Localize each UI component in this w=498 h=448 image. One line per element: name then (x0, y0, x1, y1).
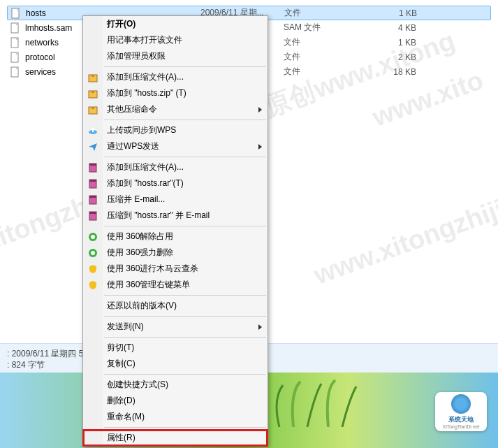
menu-360-manage-menu[interactable]: 使用 360管理右键菜单 (83, 277, 268, 293)
menu-cut[interactable]: 剪切(T) (83, 340, 268, 356)
menu-compress-email[interactable]: 压缩并 E-mail... (83, 192, 268, 208)
menu-upload-wps[interactable]: 上传或同步到WPS (83, 122, 268, 138)
menu-separator (104, 316, 266, 317)
360-icon (87, 247, 98, 259)
chevron-right-icon (258, 107, 262, 113)
menu-open-notepad[interactable]: 用记事本打开该文件 (83, 32, 268, 48)
menu-360-trojan-scan[interactable]: 使用 360进行木马云查杀 (83, 261, 268, 277)
menu-separator (104, 337, 266, 338)
menu-separator (104, 66, 266, 67)
file-icon (10, 66, 21, 78)
menu-add-archive-2[interactable]: 添加到压缩文件(A)... (83, 159, 268, 175)
menu-send-wps[interactable]: 通过WPS发送 (83, 138, 268, 154)
badge-title: 系统天地 (448, 415, 474, 424)
file-icon (10, 52, 21, 63)
360-shield-icon (87, 263, 98, 275)
file-type: 文件 (284, 7, 361, 19)
file-icon (10, 37, 21, 48)
menu-separator (104, 427, 266, 428)
file-size: 4 KB (360, 23, 416, 33)
watermark: www.xitongzhijia.net (310, 173, 498, 290)
rar-icon (87, 210, 98, 222)
menu-copy[interactable]: 复制(C) (83, 356, 268, 372)
menu-360-force-delete[interactable]: 使用 360强力删除 (83, 245, 268, 261)
svg-point-23 (91, 251, 95, 255)
svg-rect-13 (89, 164, 96, 166)
archive-icon (87, 104, 98, 115)
360-shield-icon (87, 280, 98, 291)
svg-rect-10 (91, 107, 94, 109)
menu-compress-rar-email[interactable]: 压缩到 "hosts.rar" 并 E-mail (83, 208, 268, 224)
svg-rect-8 (91, 91, 94, 93)
file-type: 文件 (284, 51, 360, 63)
menu-other-archive[interactable]: 其他压缩命令 (83, 101, 268, 117)
file-size: 1 KB (361, 8, 417, 18)
send-icon (87, 141, 98, 152)
menu-separator (104, 120, 266, 120)
file-size: 1 KB (360, 38, 416, 48)
chevron-right-icon (258, 144, 262, 150)
menu-separator (104, 157, 266, 157)
badge-logo-icon (451, 394, 471, 414)
file-size: 18 KB (360, 67, 416, 77)
menu-add-hosts-rar[interactable]: 添加到 "hosts.rar"(T) (83, 175, 268, 192)
svg-rect-17 (89, 196, 96, 198)
svg-rect-6 (91, 75, 94, 77)
site-badge: 系统天地 XiTongTianDi.net (435, 392, 487, 431)
menu-properties[interactable]: 属性(R) (83, 430, 268, 446)
cloud-upload-icon (87, 125, 98, 136)
archive-icon (87, 88, 98, 99)
archive-icon (87, 72, 98, 83)
chevron-right-icon (258, 324, 262, 330)
file-type: SAM 文件 (284, 22, 360, 34)
grass-decoration (265, 378, 391, 427)
menu-delete[interactable]: 删除(D) (83, 393, 268, 409)
file-type: 文件 (284, 66, 360, 78)
menu-restore-previous[interactable]: 还原以前的版本(V) (83, 298, 268, 314)
menu-rename[interactable]: 重命名(M) (83, 409, 268, 425)
menu-360-release[interactable]: 使用 360解除占用 (83, 229, 268, 245)
menu-separator (104, 295, 266, 296)
svg-point-21 (91, 235, 95, 239)
menu-add-admin[interactable]: 添加管理员权限 (83, 48, 268, 64)
menu-separator (104, 374, 266, 375)
menu-open[interactable]: 打开(O) (83, 16, 268, 32)
svg-rect-19 (89, 212, 96, 214)
file-size: 2 KB (360, 52, 416, 62)
menu-add-hosts-zip[interactable]: 添加到 "hosts.zip" (T) (83, 85, 268, 101)
rar-icon (87, 194, 98, 205)
badge-url: XiTongTianDi.net (442, 424, 479, 429)
menu-send-to[interactable]: 发送到(N) (83, 319, 268, 335)
file-icon (10, 22, 21, 34)
rar-icon (87, 162, 98, 173)
rar-icon (87, 178, 98, 189)
menu-add-archive[interactable]: 添加到压缩文件(A)... (83, 69, 268, 85)
file-type: 文件 (284, 36, 360, 48)
svg-rect-15 (89, 180, 96, 182)
file-icon (10, 8, 22, 19)
menu-separator (104, 226, 266, 226)
360-icon (87, 231, 98, 243)
context-menu: 打开(O) 用记事本打开该文件 添加管理员权限 添加到压缩文件(A)... 添加… (82, 15, 268, 447)
menu-create-shortcut[interactable]: 创建快捷方式(S) (83, 377, 268, 393)
